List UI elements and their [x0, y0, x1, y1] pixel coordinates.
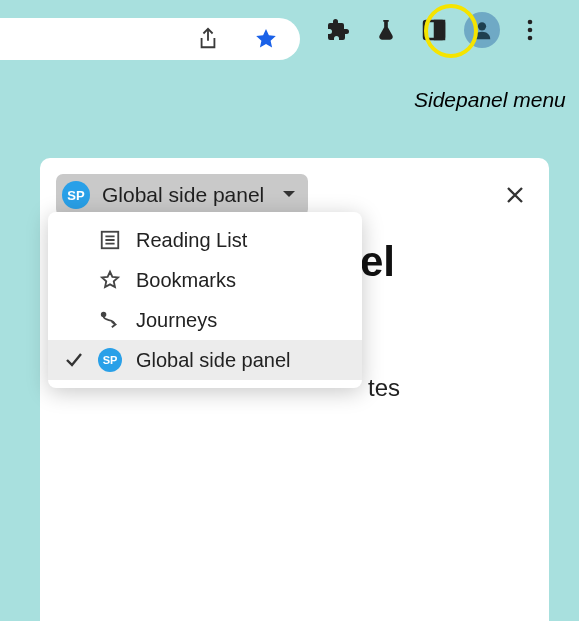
dropdown-item-label: Bookmarks	[136, 269, 236, 292]
dropdown-item-label: Journeys	[136, 309, 217, 332]
side-panel: SP Global side panel el tes Reading List	[40, 158, 549, 621]
dropdown-item-label: Global side panel	[136, 349, 291, 372]
svg-point-5	[528, 36, 533, 41]
annotation-label: Sidepanel menu	[414, 88, 566, 112]
sidepanel-icon[interactable]	[416, 12, 452, 48]
side-panel-selector-label: Global side panel	[102, 183, 264, 207]
svg-point-3	[528, 20, 533, 25]
kebab-menu-icon[interactable]	[512, 12, 548, 48]
side-panel-selector[interactable]: SP Global side panel	[56, 174, 308, 216]
omnibox[interactable]	[0, 18, 300, 60]
side-panel-header: SP Global side panel	[56, 174, 533, 216]
dropdown-item-bookmarks[interactable]: Bookmarks	[48, 260, 362, 300]
extensions-icon[interactable]	[320, 12, 356, 48]
dropdown-item-global-side-panel[interactable]: SP Global side panel	[48, 340, 362, 380]
star-outline-icon	[98, 268, 122, 292]
dropdown-item-label: Reading List	[136, 229, 247, 252]
sp-badge-icon-inner: SP	[98, 348, 122, 372]
journeys-icon	[98, 308, 122, 332]
sp-badge-icon: SP	[98, 348, 122, 372]
svg-point-2	[478, 22, 486, 30]
check-icon	[64, 352, 84, 368]
labs-icon[interactable]	[368, 12, 404, 48]
obscured-text-fragment: tes	[368, 374, 400, 402]
svg-point-4	[528, 28, 533, 33]
dropdown-item-journeys[interactable]: Journeys	[48, 300, 362, 340]
side-panel-dropdown: Reading List Bookmarks Journeys	[48, 212, 362, 388]
browser-toolbar	[0, 0, 579, 70]
chevron-down-icon	[282, 190, 296, 200]
obscured-heading-fragment: el	[360, 238, 395, 286]
toolbar-actions	[320, 12, 548, 48]
reading-list-icon	[98, 228, 122, 252]
svg-point-7	[102, 313, 106, 317]
dropdown-item-reading-list[interactable]: Reading List	[48, 220, 362, 260]
profile-avatar[interactable]	[464, 12, 500, 48]
bookmark-star-icon[interactable]	[248, 21, 284, 57]
close-button[interactable]	[497, 177, 533, 213]
share-icon[interactable]	[190, 21, 226, 57]
sp-badge-icon: SP	[62, 181, 90, 209]
svg-rect-1	[435, 21, 444, 39]
